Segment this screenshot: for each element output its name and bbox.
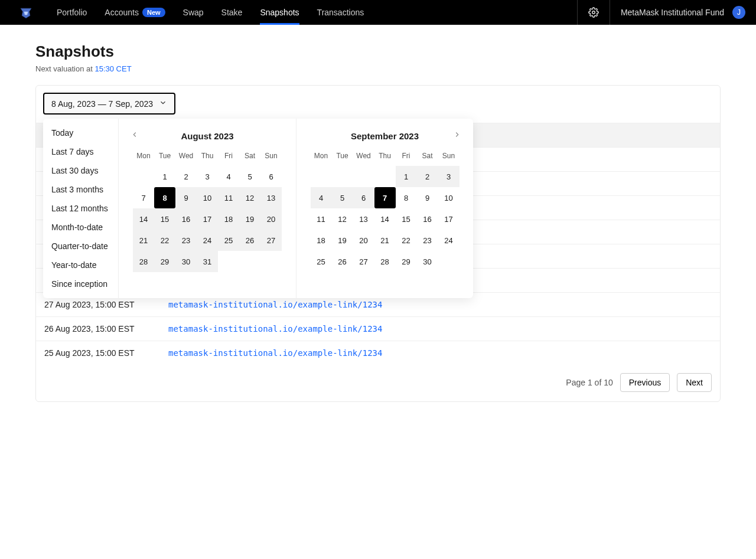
- calendar-day[interactable]: 8: [154, 187, 175, 208]
- calendar-day[interactable]: 31: [197, 251, 218, 272]
- calendar-day[interactable]: 18: [311, 230, 332, 251]
- calendar-day[interactable]: 2: [417, 166, 438, 187]
- calendar-day[interactable]: 23: [417, 230, 438, 251]
- calendar-day[interactable]: 9: [417, 187, 438, 208]
- nav-snapshots[interactable]: Snapshots: [260, 0, 299, 25]
- calendar-day: [260, 251, 282, 272]
- row-link[interactable]: metamask-institutional.io/example-link/1…: [168, 324, 382, 334]
- calendar-day[interactable]: 30: [175, 251, 197, 272]
- calendar-day[interactable]: 14: [374, 208, 396, 230]
- chevron-down-icon: [159, 99, 167, 109]
- nav-swap[interactable]: Swap: [183, 0, 204, 25]
- calendar-day[interactable]: 14: [133, 208, 154, 230]
- calendar-day[interactable]: 4: [311, 187, 332, 208]
- preset-quarter-to-date[interactable]: Quarter-to-date: [43, 237, 118, 256]
- calendar-day[interactable]: 29: [154, 251, 175, 272]
- calendar-day[interactable]: 30: [417, 251, 438, 272]
- calendar-day[interactable]: 9: [175, 187, 197, 208]
- calendar-day[interactable]: 11: [218, 187, 239, 208]
- preset-year-to-date[interactable]: Year-to-date: [43, 256, 118, 274]
- dow-label: Mon: [311, 152, 332, 166]
- main-nav: Portfolio Accounts New Swap Stake Snapsh…: [57, 0, 382, 25]
- calendar-day[interactable]: 13: [353, 208, 374, 230]
- calendar-day[interactable]: 21: [374, 230, 396, 251]
- date-range-button[interactable]: 8 Aug, 2023 — 7 Sep, 2023: [43, 93, 175, 115]
- preset-last-7-days[interactable]: Last 7 days: [43, 142, 118, 161]
- calendar-day[interactable]: 10: [438, 187, 460, 208]
- calendar-day[interactable]: 17: [438, 208, 460, 230]
- calendar-day[interactable]: 25: [311, 251, 332, 272]
- calendar-day[interactable]: 7: [374, 187, 396, 208]
- calendar-day[interactable]: 27: [260, 230, 282, 251]
- row-timestamp: 25 Aug 2023, 15:00 EST: [44, 348, 168, 358]
- calendar-day[interactable]: 27: [353, 251, 374, 272]
- row-link[interactable]: metamask-institutional.io/example-link/1…: [168, 348, 382, 358]
- calendar-day[interactable]: 5: [332, 187, 353, 208]
- settings-button[interactable]: [577, 0, 610, 25]
- metamask-logo-icon[interactable]: [19, 5, 33, 19]
- calendar-day[interactable]: 16: [175, 208, 197, 230]
- calendar-day[interactable]: 10: [197, 187, 218, 208]
- calendar-day[interactable]: 15: [154, 208, 175, 230]
- preset-last-12-months[interactable]: Last 12 months: [43, 199, 118, 218]
- calendar-day[interactable]: 4: [218, 166, 239, 187]
- row-timestamp: 26 Aug 2023, 15:00 EST: [44, 324, 168, 334]
- preset-today[interactable]: Today: [43, 123, 118, 142]
- calendar-day[interactable]: 29: [396, 251, 417, 272]
- calendar-day[interactable]: 3: [197, 166, 218, 187]
- calendar-day[interactable]: 13: [260, 187, 282, 208]
- calendar-day[interactable]: 19: [332, 230, 353, 251]
- calendar-day[interactable]: 1: [396, 166, 417, 187]
- new-badge: New: [142, 8, 165, 17]
- calendar-day[interactable]: 8: [396, 187, 417, 208]
- gear-icon: [588, 7, 599, 18]
- preset-last-30-days[interactable]: Last 30 days: [43, 161, 118, 180]
- nav-transactions[interactable]: Transactions: [317, 0, 364, 25]
- calendar-day[interactable]: 20: [260, 208, 282, 230]
- calendar-day[interactable]: 11: [311, 208, 332, 230]
- calendar-day[interactable]: 26: [239, 230, 260, 251]
- next-month-button[interactable]: [449, 129, 465, 142]
- calendar-day[interactable]: 19: [239, 208, 260, 230]
- calendar-day[interactable]: 24: [197, 230, 218, 251]
- next-valuation-time[interactable]: 15:30 CET: [94, 64, 131, 73]
- calendar-day[interactable]: 15: [396, 208, 417, 230]
- dow-label: Fri: [218, 152, 239, 166]
- calendar-day[interactable]: 28: [374, 251, 396, 272]
- calendar-day: [311, 166, 332, 187]
- preset-list: Today Last 7 days Last 30 days Last 3 mo…: [43, 119, 119, 298]
- prev-month-button[interactable]: [127, 129, 142, 142]
- calendar-day[interactable]: 23: [175, 230, 197, 251]
- preset-month-to-date[interactable]: Month-to-date: [43, 218, 118, 237]
- preset-since-inception[interactable]: Since inception: [43, 274, 118, 293]
- calendar-day[interactable]: 24: [438, 230, 460, 251]
- nav-accounts[interactable]: Accounts New: [105, 0, 165, 25]
- account-menu[interactable]: MetaMask Institutional Fund J: [610, 0, 756, 25]
- prev-page-button[interactable]: Previous: [620, 373, 670, 392]
- calendar-day[interactable]: 22: [154, 230, 175, 251]
- calendar-day[interactable]: 12: [332, 208, 353, 230]
- row-link[interactable]: metamask-institutional.io/example-link/1…: [168, 300, 382, 309]
- calendar-day[interactable]: 26: [332, 251, 353, 272]
- calendar-day[interactable]: 7: [133, 187, 154, 208]
- calendar-day[interactable]: 20: [353, 230, 374, 251]
- calendar-day[interactable]: 28: [133, 251, 154, 272]
- calendar-day[interactable]: 5: [239, 166, 260, 187]
- calendar-day[interactable]: 1: [154, 166, 175, 187]
- calendar-right: September 2023 MonTueWedThuFriSatSun 123…: [296, 119, 473, 298]
- calendar-day[interactable]: 3: [438, 166, 460, 187]
- calendar-day[interactable]: 21: [133, 230, 154, 251]
- preset-last-3-months[interactable]: Last 3 months: [43, 180, 118, 199]
- calendar-day[interactable]: 17: [197, 208, 218, 230]
- calendar-day[interactable]: 16: [417, 208, 438, 230]
- calendar-day[interactable]: 6: [260, 166, 282, 187]
- calendar-day[interactable]: 18: [218, 208, 239, 230]
- next-page-button[interactable]: Next: [677, 373, 712, 392]
- nav-stake[interactable]: Stake: [221, 0, 243, 25]
- calendar-day[interactable]: 2: [175, 166, 197, 187]
- calendar-day[interactable]: 6: [353, 187, 374, 208]
- calendar-day[interactable]: 12: [239, 187, 260, 208]
- calendar-day[interactable]: 25: [218, 230, 239, 251]
- calendar-day[interactable]: 22: [396, 230, 417, 251]
- nav-portfolio[interactable]: Portfolio: [57, 0, 87, 25]
